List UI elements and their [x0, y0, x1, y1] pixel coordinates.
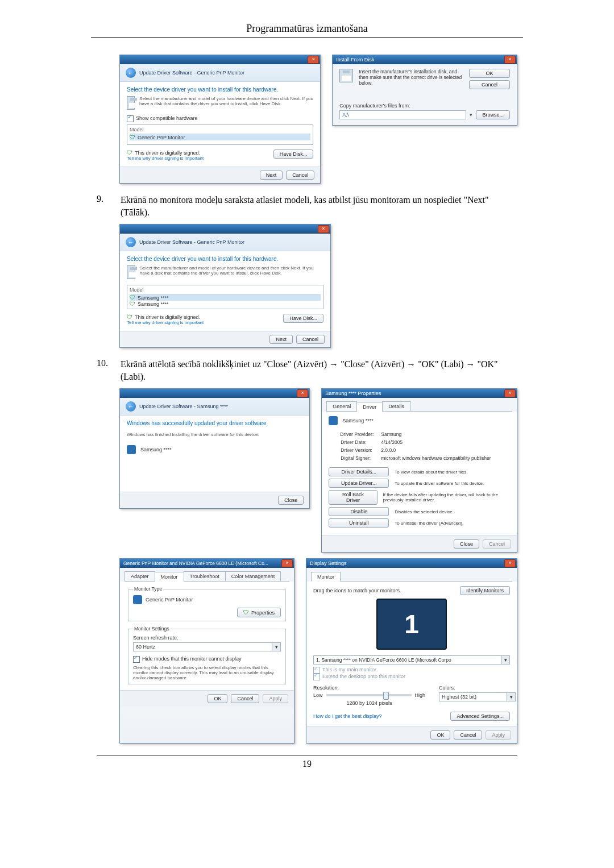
- show-compatible-checkbox[interactable]: [127, 115, 134, 122]
- cancel-button[interactable]: Cancel: [483, 539, 511, 549]
- chevron-down-icon[interactable]: ▾: [507, 692, 516, 701]
- monitor-icon: [133, 595, 142, 604]
- hide-modes-description: Clearing this check box allows you to se…: [133, 665, 281, 680]
- close-icon[interactable]: ×: [504, 389, 516, 397]
- cancel-button[interactable]: Cancel: [469, 80, 510, 89]
- tab-monitor[interactable]: Monitor: [155, 572, 184, 582]
- driver-details-button[interactable]: Driver Details...: [329, 467, 389, 476]
- tab-troubleshoot[interactable]: Troubleshoot: [184, 571, 226, 581]
- signed-label: This driver is digitally signed.: [135, 150, 200, 156]
- cancel-button[interactable]: Cancel: [286, 171, 314, 180]
- colors-combo[interactable]: Highest (32 bit): [439, 692, 507, 701]
- dialog-monitor-properties: Generic PnP Monitor and NVIDIA GeForce 6…: [119, 558, 294, 744]
- monitor-icon: [127, 445, 136, 454]
- dialog-install-from-disk: Install From Disk × Insert the manufactu…: [332, 55, 517, 126]
- wizard-heading: Select the device driver you want to ins…: [127, 86, 313, 93]
- tab-color-management[interactable]: Color Management: [225, 571, 281, 581]
- refresh-rate-label: Screen refresh rate:: [133, 635, 281, 641]
- hide-modes-label: Hide modes that this monitor cannot disp…: [142, 657, 242, 662]
- properties-button[interactable]: 🛡Properties: [237, 608, 281, 617]
- wizard-description: Select the manufacturer and model of you…: [140, 265, 323, 279]
- drag-instruction: Drag the icons to match your monitors.: [313, 588, 401, 593]
- ok-button[interactable]: OK: [208, 694, 227, 703]
- close-button[interactable]: Close: [278, 496, 304, 505]
- breadcrumb: Update Driver Software - Samsung ****: [139, 404, 228, 409]
- have-disk-button[interactable]: Have Disk...: [283, 314, 323, 323]
- close-icon[interactable]: ×: [297, 389, 308, 397]
- monitor-preview[interactable]: 1: [376, 599, 447, 650]
- device-name: Samsung ****: [140, 447, 172, 452]
- ok-button[interactable]: OK: [430, 730, 450, 740]
- step-9-text: Ekrānā no monitora modeļu saraksta atlas…: [121, 194, 517, 218]
- shield-icon: 🛡: [130, 294, 135, 301]
- update-driver-button[interactable]: Update Driver...: [329, 479, 389, 488]
- dialog-update-driver-2: × ← Update Driver Software - Generic PnP…: [119, 224, 331, 348]
- rollback-button[interactable]: Roll Back Driver: [329, 490, 377, 505]
- back-icon[interactable]: ←: [126, 68, 136, 78]
- resolution-slider[interactable]: [326, 694, 412, 696]
- tab-monitor[interactable]: Monitor: [311, 572, 341, 582]
- dialog-title: Install From Disk: [336, 57, 374, 63]
- shield-icon: 🛡: [243, 609, 249, 616]
- lbl-date: Driver Date:: [340, 439, 379, 446]
- refresh-rate-combo[interactable]: 60 Hertz: [133, 642, 272, 651]
- cancel-button[interactable]: Cancel: [231, 694, 259, 703]
- best-display-link[interactable]: How do I get the best display?: [313, 713, 382, 719]
- close-icon[interactable]: ×: [281, 559, 293, 567]
- device-name: Samsung ****: [342, 418, 374, 423]
- monitor-select-combo[interactable]: 1. Samsung **** on NVIDIA GeForce 6600 L…: [313, 655, 501, 665]
- identify-monitors-button[interactable]: Identify Monitors: [460, 586, 510, 595]
- close-button[interactable]: Close: [454, 539, 479, 549]
- next-button[interactable]: Next: [269, 335, 293, 344]
- column-header-model: Model: [130, 287, 321, 294]
- apply-button[interactable]: Apply: [486, 730, 511, 740]
- path-combo[interactable]: A:\: [339, 110, 466, 119]
- colors-label: Colors:: [439, 685, 516, 691]
- resolution-label: Resolution:: [313, 685, 425, 691]
- have-disk-button[interactable]: Have Disk...: [273, 149, 314, 159]
- dialog-update-done: × ← Update Driver Software - Samsung ***…: [119, 388, 310, 509]
- tab-driver[interactable]: Driver: [356, 402, 383, 412]
- cancel-button[interactable]: Cancel: [454, 730, 482, 740]
- hide-modes-checkbox[interactable]: [133, 656, 140, 663]
- close-icon[interactable]: ×: [504, 56, 516, 64]
- next-button[interactable]: Next: [260, 171, 283, 180]
- extend-desktop-label: Extend the desktop onto this monitor: [322, 674, 405, 680]
- chevron-down-icon[interactable]: ▾: [470, 112, 472, 118]
- val-date: 4/14/2005: [380, 439, 491, 446]
- signing-link[interactable]: Tell me why driver signing is important: [127, 320, 204, 325]
- breadcrumb: Update Driver Software - Generic PnP Mon…: [139, 70, 244, 76]
- chevron-down-icon[interactable]: ▾: [272, 642, 281, 651]
- back-icon[interactable]: ←: [126, 237, 136, 247]
- close-icon[interactable]: ×: [318, 225, 329, 233]
- back-icon[interactable]: ←: [126, 401, 136, 412]
- close-icon[interactable]: ×: [308, 56, 319, 64]
- tab-general[interactable]: General: [326, 401, 357, 411]
- step-number-10: 10.: [97, 358, 110, 383]
- ok-button[interactable]: OK: [469, 69, 510, 78]
- chevron-down-icon[interactable]: ▾: [501, 655, 510, 665]
- disable-button[interactable]: Disable: [329, 507, 389, 516]
- browse-button[interactable]: Browse...: [476, 110, 510, 119]
- uninstall-button[interactable]: Uninstall: [329, 518, 389, 528]
- advanced-settings-button[interactable]: Advanced Settings...: [450, 712, 510, 721]
- close-icon[interactable]: ×: [504, 559, 516, 567]
- list-item[interactable]: 🛡Samsung ****: [130, 301, 321, 307]
- show-compatible-label: Show compatible hardware: [136, 115, 198, 121]
- tab-details[interactable]: Details: [382, 401, 410, 411]
- list-item[interactable]: 🛡Generic PnP Monitor: [130, 134, 310, 140]
- resolution-value: 1280 by 1024 pixels: [313, 700, 425, 706]
- apply-button[interactable]: Apply: [263, 694, 288, 703]
- signing-link[interactable]: Tell me why driver signing is important: [127, 156, 204, 161]
- tab-adapter[interactable]: Adapter: [125, 571, 155, 581]
- monitor-icon: [329, 416, 338, 425]
- dialog-update-driver-1: × ← Update Driver Software - Generic PnP…: [119, 55, 321, 184]
- signed-label: This driver is digitally signed.: [135, 314, 200, 320]
- wizard-description: Select the manufacturer and model of you…: [139, 96, 313, 110]
- dialog-title: Samsung **** Properties: [325, 391, 381, 396]
- list-item[interactable]: 🛡Samsung ****: [130, 294, 321, 301]
- slider-high-label: High: [415, 692, 426, 698]
- shield-icon: 🛡: [127, 314, 132, 320]
- disk-icon: [127, 96, 135, 110]
- cancel-button[interactable]: Cancel: [296, 335, 325, 344]
